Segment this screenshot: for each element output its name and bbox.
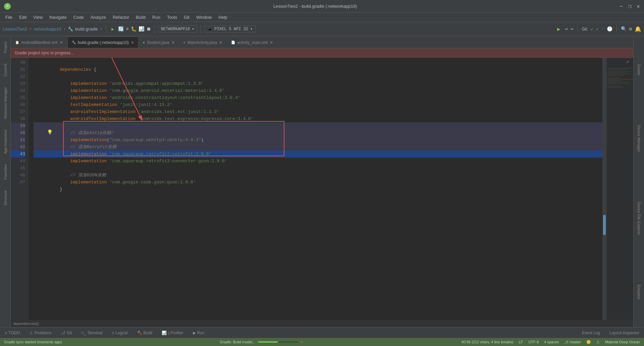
bottom-layout-inspector[interactable]: Layout Inspector bbox=[607, 330, 641, 336]
svg-rect-10 bbox=[607, 80, 621, 81]
tab-student[interactable]: ● Student.java ✕ bbox=[139, 37, 179, 48]
tab-close-student[interactable]: ✕ bbox=[171, 40, 175, 45]
breadcrumb-file[interactable]: build.gradle bbox=[75, 26, 98, 32]
sidebar-item-device-manager[interactable]: Device Manager bbox=[636, 122, 642, 155]
toolbar-undo-icon[interactable]: ↩ bbox=[565, 26, 568, 32]
code-line-39: // 添加okhttp依赖/ bbox=[34, 122, 602, 129]
progress-cancel[interactable]: ✕ bbox=[300, 340, 303, 344]
device-selector[interactable]: 📱 PIXEL 5 API 32 ▾ bbox=[204, 25, 256, 33]
tab-activitymain[interactable]: 📄 activity_main.xml ✕ bbox=[227, 37, 277, 48]
bottom-todo[interactable]: ≡ TODO bbox=[3, 330, 22, 336]
menu-navigate[interactable]: Navigate bbox=[47, 14, 69, 20]
sidebar-item-commit[interactable]: Commit bbox=[2, 61, 9, 79]
gradle-sync-status: Gradle sync started (moments ago) bbox=[4, 340, 62, 344]
notifications-icon[interactable]: 🔔 bbox=[635, 26, 641, 33]
todo-icon: ≡ bbox=[5, 331, 7, 335]
breadcrumb-project[interactable]: LessonTwo2 bbox=[3, 26, 27, 32]
menu-refactor[interactable]: Refactor bbox=[110, 14, 132, 20]
git-push-icon[interactable]: ↑ bbox=[601, 26, 604, 32]
device-dropdown-icon: ▾ bbox=[250, 26, 253, 32]
menu-edit[interactable]: Edit bbox=[16, 14, 29, 20]
sidebar-item-structure[interactable]: Structure bbox=[2, 188, 9, 208]
code-area[interactable]: 💡 dependencies { implementation 'android… bbox=[28, 58, 602, 320]
tab-buildgradle[interactable]: 🔧 build.gradle (:networkapp10) ✕ bbox=[67, 37, 139, 48]
layout-inspector-label: Layout Inspector bbox=[609, 331, 639, 335]
tab-close-buildgradle[interactable]: ✕ bbox=[131, 40, 134, 45]
sidebar-item-project[interactable]: Project bbox=[2, 39, 9, 56]
profiler-label: ( Profiler bbox=[168, 331, 183, 335]
toolbar-separator-2 bbox=[154, 25, 155, 33]
run-button[interactable]: ▶ bbox=[555, 25, 562, 33]
tab-label-mainactivity: MainActivity.java bbox=[187, 40, 217, 45]
toolbar-make-button[interactable]: ▶ bbox=[109, 25, 116, 33]
menu-git[interactable]: Git bbox=[181, 14, 192, 20]
editor-content[interactable]: 30 31 32 33 34 35 36 37 38 39 40 41 42 4… bbox=[11, 58, 633, 320]
tab-close-activitymain[interactable]: ✕ bbox=[270, 40, 273, 45]
run-config-selector[interactable]: NETWORKAPP10 ▾ bbox=[158, 25, 198, 33]
tab-close-manifest[interactable]: ✕ bbox=[60, 40, 63, 45]
sidebar-item-appinspection[interactable]: App Inspection bbox=[2, 127, 9, 157]
toolbar-stop-icon[interactable]: ⏹ bbox=[146, 26, 151, 32]
toolbar-search-icon[interactable]: 🔍 bbox=[621, 26, 627, 32]
git-history-icon[interactable]: 🕐 bbox=[607, 26, 612, 32]
tab-close-mainactivity[interactable]: ✕ bbox=[219, 40, 222, 45]
bottom-git[interactable]: ⎇ Git bbox=[59, 330, 74, 336]
bottom-terminal[interactable]: >_ Terminal bbox=[79, 330, 105, 336]
sidebar-item-gradle[interactable]: Gradle bbox=[636, 61, 642, 78]
bottom-build[interactable]: 🔨 Build bbox=[135, 330, 155, 336]
device-name: PIXEL 5 API 32 bbox=[214, 27, 248, 32]
code-line-40: implementation("com.squareup.okhttp3:okh… bbox=[34, 129, 602, 136]
status-left: Gradle sync started (moments ago) bbox=[4, 340, 62, 344]
bottom-run[interactable]: ▶ Run bbox=[191, 330, 207, 336]
toolbar-separator-3 bbox=[201, 25, 201, 33]
breadcrumb-module[interactable]: networkapp10 bbox=[34, 26, 61, 32]
sidebar-item-resource[interactable]: Resource Manager bbox=[2, 84, 9, 121]
menu-tools[interactable]: Tools bbox=[164, 14, 180, 20]
sidebar-item-favorites[interactable]: Favorites bbox=[2, 162, 9, 182]
menu-run[interactable]: Run bbox=[150, 14, 163, 20]
event-log-label: Event Log bbox=[582, 331, 600, 335]
bottom-profiler[interactable]: 📊 ( Profiler bbox=[160, 330, 185, 336]
build-file-icon: 🔧 bbox=[68, 26, 73, 32]
svg-rect-14 bbox=[607, 87, 624, 88]
tab-mainactivity[interactable]: ● MainActivity.java ✕ bbox=[179, 37, 227, 48]
bottom-event-log[interactable]: Event Log bbox=[580, 330, 602, 336]
menu-file[interactable]: File bbox=[3, 14, 15, 20]
logcat-icon: ≡ bbox=[112, 331, 114, 335]
toolbar-separator-1 bbox=[106, 25, 106, 33]
scrollbar-thumb[interactable] bbox=[603, 215, 606, 235]
menu-analyze[interactable]: Analyze bbox=[88, 14, 109, 20]
menu-build[interactable]: Build bbox=[133, 14, 148, 20]
scrollbar-track[interactable] bbox=[602, 58, 606, 320]
close-button[interactable]: ✕ bbox=[637, 3, 640, 10]
editor-wrapper: 📋 AndroidManifest.xml ✕ 🔧 build.gradle (… bbox=[11, 36, 633, 327]
toolbar-settings-icon[interactable]: ⚙ bbox=[629, 26, 632, 32]
menu-help[interactable]: Help bbox=[216, 14, 230, 20]
toolbar-tasks-icon[interactable]: ≡ bbox=[126, 26, 128, 32]
bottom-right-items: Event Log Layout Inspector bbox=[580, 330, 641, 336]
bulb-icon[interactable]: 💡 bbox=[47, 129, 53, 136]
code-line-30: dependencies { bbox=[34, 59, 602, 66]
toolbar-sync-icon[interactable]: 🔄 bbox=[118, 26, 124, 32]
notification-text: Gradle project sync in progress... bbox=[15, 51, 74, 55]
function-breadcrumb: dependencies{} bbox=[11, 320, 633, 327]
menu-window[interactable]: Window bbox=[194, 14, 214, 20]
bottom-problems[interactable]: ⚠ Problems bbox=[27, 330, 53, 336]
sidebar-item-emulator[interactable]: Emulator bbox=[636, 282, 642, 302]
tabs-bar: 📋 AndroidManifest.xml ✕ 🔧 build.gradle (… bbox=[11, 36, 633, 48]
warning-status-icon: ⚠ bbox=[596, 340, 600, 344]
tab-icon-mainactivity: ● bbox=[183, 41, 185, 44]
toolbar-profile-icon[interactable]: 📊 bbox=[139, 26, 144, 32]
toolbar-debug-icon[interactable]: 🐛 bbox=[131, 26, 137, 32]
maximize-button[interactable]: ❐ bbox=[628, 3, 632, 10]
bottom-logcat[interactable]: ≡ Logcat bbox=[110, 330, 130, 336]
sidebar-item-device-file-explorer[interactable]: Device File Explorer bbox=[636, 199, 642, 237]
tab-androidmanifest[interactable]: 📋 AndroidManifest.xml ✕ bbox=[11, 37, 67, 48]
line-ending: LF bbox=[519, 340, 523, 344]
menu-code[interactable]: Code bbox=[71, 14, 87, 20]
git-check-icon: ✓ bbox=[591, 26, 593, 32]
minimize-button[interactable]: — bbox=[620, 3, 623, 9]
toolbar-redo-icon[interactable]: ↪ bbox=[571, 26, 573, 32]
face-icon: 🙂 bbox=[586, 340, 591, 344]
menu-view[interactable]: View bbox=[31, 14, 45, 20]
